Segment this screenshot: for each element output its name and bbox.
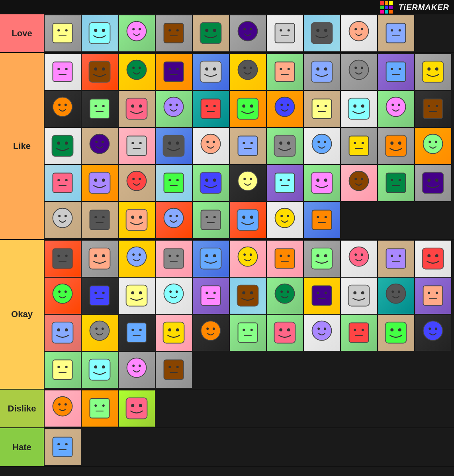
list-item[interactable]: [341, 315, 377, 351]
list-item[interactable]: [82, 241, 118, 277]
list-item[interactable]: [45, 91, 81, 127]
list-item[interactable]: [119, 15, 155, 51]
list-item[interactable]: [156, 241, 192, 277]
list-item[interactable]: [341, 241, 377, 277]
list-item[interactable]: [230, 278, 266, 314]
list-item[interactable]: [156, 54, 192, 90]
list-item[interactable]: [341, 54, 377, 90]
list-item[interactable]: [267, 91, 303, 127]
list-item[interactable]: [156, 128, 192, 164]
list-item[interactable]: [230, 202, 266, 238]
list-item[interactable]: [119, 352, 155, 388]
list-item[interactable]: [415, 165, 451, 201]
list-item[interactable]: [45, 390, 81, 427]
list-item[interactable]: [267, 315, 303, 351]
list-item[interactable]: [193, 165, 229, 201]
list-item[interactable]: [156, 15, 192, 51]
list-item[interactable]: [119, 241, 155, 277]
list-item[interactable]: [230, 315, 266, 351]
list-item[interactable]: [304, 202, 340, 238]
list-item[interactable]: [304, 91, 340, 127]
list-item[interactable]: [193, 91, 229, 127]
list-item[interactable]: [415, 278, 451, 314]
list-item[interactable]: [193, 128, 229, 164]
list-item[interactable]: [267, 278, 303, 314]
list-item[interactable]: [304, 15, 340, 51]
list-item[interactable]: [415, 91, 451, 127]
list-item[interactable]: [45, 352, 81, 388]
list-item[interactable]: [193, 241, 229, 277]
list-item[interactable]: [45, 278, 81, 314]
list-item[interactable]: [119, 315, 155, 351]
list-item[interactable]: [45, 165, 81, 201]
list-item[interactable]: [193, 202, 229, 238]
list-item[interactable]: [304, 54, 340, 90]
list-item[interactable]: [82, 315, 118, 351]
list-item[interactable]: [45, 54, 81, 90]
list-item[interactable]: [341, 91, 377, 127]
list-item[interactable]: [304, 278, 340, 314]
list-item[interactable]: [82, 54, 118, 90]
list-item[interactable]: [267, 241, 303, 277]
list-item[interactable]: [304, 241, 340, 277]
list-item[interactable]: [230, 91, 266, 127]
list-item[interactable]: [82, 91, 118, 127]
list-item[interactable]: [378, 241, 414, 277]
list-item[interactable]: [119, 54, 155, 90]
list-item[interactable]: [267, 54, 303, 90]
list-item[interactable]: [193, 15, 229, 51]
list-item[interactable]: [267, 128, 303, 164]
list-item[interactable]: [156, 315, 192, 351]
list-item[interactable]: [82, 390, 118, 427]
list-item[interactable]: [230, 54, 266, 90]
list-item[interactable]: [45, 241, 81, 277]
list-item[interactable]: [193, 315, 229, 351]
list-item[interactable]: [119, 202, 155, 238]
list-item[interactable]: [45, 315, 81, 351]
list-item[interactable]: [230, 128, 266, 164]
list-item[interactable]: [378, 54, 414, 90]
list-item[interactable]: [82, 202, 118, 238]
list-item[interactable]: [119, 91, 155, 127]
list-item[interactable]: [341, 128, 377, 164]
list-item[interactable]: [267, 202, 303, 238]
list-item[interactable]: [341, 15, 377, 51]
list-item[interactable]: [378, 91, 414, 127]
list-item[interactable]: [267, 165, 303, 201]
list-item[interactable]: [378, 278, 414, 314]
list-item[interactable]: [378, 165, 414, 201]
list-item[interactable]: [304, 315, 340, 351]
list-item[interactable]: [156, 165, 192, 201]
list-item[interactable]: [341, 278, 377, 314]
list-item[interactable]: [156, 91, 192, 127]
list-item[interactable]: [119, 278, 155, 314]
list-item[interactable]: [82, 278, 118, 314]
list-item[interactable]: [267, 15, 303, 51]
list-item[interactable]: [82, 128, 118, 164]
list-item[interactable]: [119, 165, 155, 201]
list-item[interactable]: [156, 278, 192, 314]
list-item[interactable]: [415, 54, 451, 90]
list-item[interactable]: [378, 15, 414, 51]
list-item[interactable]: [45, 202, 81, 238]
list-item[interactable]: [45, 429, 81, 465]
list-item[interactable]: [82, 352, 118, 388]
list-item[interactable]: [304, 128, 340, 164]
list-item[interactable]: [119, 128, 155, 164]
list-item[interactable]: [45, 15, 81, 51]
list-item[interactable]: [193, 278, 229, 314]
list-item[interactable]: [193, 54, 229, 90]
list-item[interactable]: [378, 128, 414, 164]
list-item[interactable]: [45, 128, 81, 164]
list-item[interactable]: [304, 165, 340, 201]
list-item[interactable]: [415, 241, 451, 277]
list-item[interactable]: [230, 165, 266, 201]
list-item[interactable]: [230, 15, 266, 51]
list-item[interactable]: [341, 165, 377, 201]
list-item[interactable]: [82, 165, 118, 201]
list-item[interactable]: [378, 315, 414, 351]
list-item[interactable]: [119, 390, 155, 427]
list-item[interactable]: [82, 15, 118, 51]
list-item[interactable]: [156, 202, 192, 238]
list-item[interactable]: [415, 315, 451, 351]
